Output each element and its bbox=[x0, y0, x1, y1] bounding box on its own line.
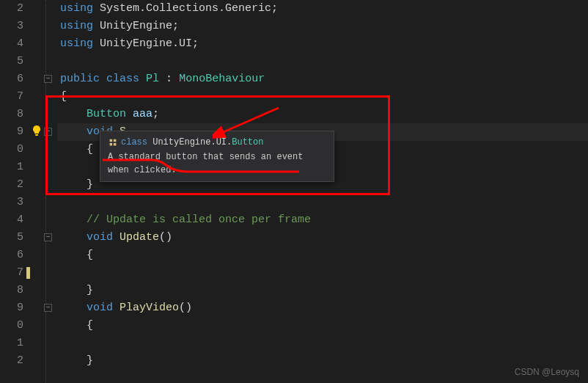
code-line bbox=[60, 194, 588, 211]
line-number: 7 bbox=[0, 88, 23, 106]
code-line: { bbox=[60, 317, 588, 335]
code-line: { bbox=[60, 88, 588, 106]
line-number: 2 bbox=[0, 352, 23, 370]
code-line: void Update() bbox=[60, 229, 588, 247]
intellisense-tooltip: class UnityEngine.UI.Button A standard b… bbox=[100, 131, 334, 182]
line-number: 9 bbox=[0, 123, 23, 141]
code-editor[interactable]: 2 3 4 5 6 7 8 9 0 1 2 3 4 5 6 7 8 9 0 1 … bbox=[0, 0, 588, 383]
line-number: 1 bbox=[0, 335, 23, 352]
line-number: 7 bbox=[0, 264, 23, 282]
code-line bbox=[60, 335, 588, 352]
code-line: using System.Collections.Generic; bbox=[60, 0, 588, 18]
line-number: 3 bbox=[0, 194, 23, 211]
fold-margin: − − − − bbox=[29, 0, 57, 383]
code-line: } bbox=[60, 282, 588, 299]
line-number: 4 bbox=[0, 211, 23, 229]
line-number: 0 bbox=[0, 317, 23, 335]
code-line: // Update is called once per frame bbox=[60, 211, 588, 229]
tooltip-namespace: UnityEngine.UI. bbox=[152, 137, 232, 147]
tooltip-description: A standard button that sends an event wh… bbox=[108, 150, 326, 177]
line-number: 6 bbox=[0, 70, 23, 88]
line-number: 9 bbox=[0, 299, 23, 317]
fold-toggle[interactable]: − bbox=[44, 233, 52, 241]
fold-toggle[interactable]: − bbox=[44, 304, 52, 312]
code-line bbox=[60, 53, 588, 70]
fold-toggle[interactable]: − bbox=[44, 75, 52, 83]
class-icon bbox=[108, 137, 118, 147]
tooltip-keyword: class bbox=[121, 137, 147, 147]
line-number: 1 bbox=[0, 158, 23, 176]
lightbulb-icon[interactable] bbox=[31, 125, 43, 136]
line-number-gutter: 2 3 4 5 6 7 8 9 0 1 2 3 4 5 6 7 8 9 0 1 … bbox=[0, 0, 29, 383]
code-line: { bbox=[60, 247, 588, 264]
line-number: 6 bbox=[0, 247, 23, 264]
code-line: using UnityEngine.UI; bbox=[60, 35, 588, 53]
tooltip-type: Button bbox=[232, 137, 263, 147]
line-number: 0 bbox=[0, 141, 23, 158]
fold-toggle[interactable]: − bbox=[44, 128, 52, 136]
code-line: void PlayVideo() bbox=[60, 299, 588, 317]
breakpoint-marker[interactable] bbox=[26, 267, 30, 279]
line-number: 3 bbox=[0, 18, 23, 35]
code-line bbox=[60, 264, 588, 282]
watermark: CSDN @Leoysq bbox=[515, 367, 579, 377]
code-line: Button aaa; bbox=[60, 106, 588, 123]
code-line: using UnityEngine; bbox=[60, 18, 588, 35]
line-number: 2 bbox=[0, 176, 23, 194]
code-line: } bbox=[60, 352, 588, 370]
code-line: public class Pl : MonoBehaviour bbox=[60, 70, 588, 88]
line-number: 2 bbox=[0, 0, 23, 18]
line-number: 4 bbox=[0, 35, 23, 53]
line-number: 8 bbox=[0, 282, 23, 299]
code-area[interactable]: using System.Collections.Generic; using … bbox=[57, 0, 588, 383]
line-number: 8 bbox=[0, 106, 23, 123]
line-number: 5 bbox=[0, 53, 23, 70]
line-number: 5 bbox=[0, 229, 23, 247]
